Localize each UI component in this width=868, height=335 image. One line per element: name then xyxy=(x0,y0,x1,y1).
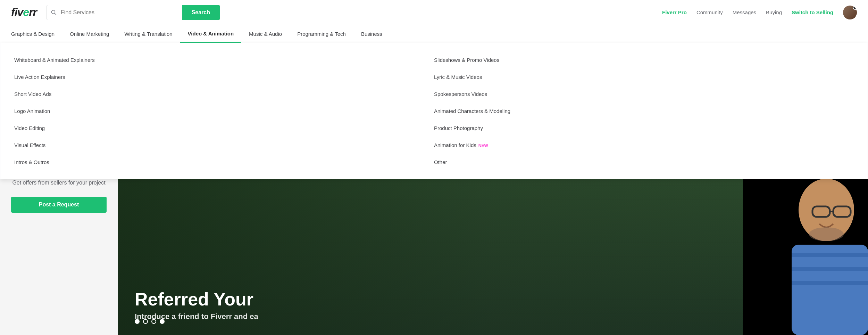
dropdown-item-short-video[interactable]: Short Video Ads xyxy=(14,85,434,103)
community-link[interactable]: Community xyxy=(696,9,723,15)
dropdown-item-logo-animation[interactable]: Logo Animation xyxy=(14,103,434,120)
category-programming-tech[interactable]: Programming & Tech xyxy=(290,25,353,43)
subtitle-text: Get offers from sellers for your project xyxy=(12,179,105,187)
category-nav: Graphics & Design Online Marketing Writi… xyxy=(0,25,868,43)
buying-link[interactable]: Buying xyxy=(766,9,782,15)
dropdown-item-animated-characters[interactable]: Animated Characters & Modeling xyxy=(434,103,854,120)
dropdown-item-visual-effects[interactable]: Visual Effects xyxy=(14,137,434,154)
category-graphics-design[interactable]: Graphics & Design xyxy=(11,25,62,43)
notification-badge xyxy=(853,6,857,10)
category-writing-translation[interactable]: Writing & Translation xyxy=(117,25,180,43)
switch-to-selling-link[interactable]: Switch to Selling xyxy=(792,9,833,15)
search-button[interactable]: Search xyxy=(182,5,220,20)
dropdown-item-animation-kids[interactable]: Animation for KidsNEW xyxy=(434,137,854,154)
dropdown-item-lyric-music[interactable]: Lyric & Music Videos xyxy=(434,68,854,85)
dropdown-item-spokespersons[interactable]: Spokespersons Videos xyxy=(434,85,854,103)
svg-point-11 xyxy=(809,227,844,241)
svg-line-1 xyxy=(55,13,56,15)
carousel-dot-3[interactable] xyxy=(151,319,156,324)
category-video-animation[interactable]: Video & Animation xyxy=(180,25,242,43)
carousel-dot-4[interactable] xyxy=(160,319,165,324)
dropdown-left-col: Whiteboard & Animated Explainers Live Ac… xyxy=(14,51,434,171)
dropdown-item-live-action[interactable]: Live Action Explainers xyxy=(14,68,434,85)
dropdown-item-other[interactable]: Other xyxy=(434,154,854,171)
messages-link[interactable]: Messages xyxy=(733,9,756,15)
search-input[interactable] xyxy=(61,9,182,16)
dropdown-item-product-photo[interactable]: Product Photography xyxy=(434,120,854,137)
search-bar: Search xyxy=(47,5,220,20)
category-online-marketing[interactable]: Online Marketing xyxy=(62,25,117,43)
header-nav: Fiverr Pro Community Messages Buying Swi… xyxy=(662,6,857,19)
dropdown-menu: Whiteboard & Animated Explainers Live Ac… xyxy=(0,43,868,179)
search-icon xyxy=(47,10,61,15)
category-business[interactable]: Business xyxy=(353,25,390,43)
hero-title: Referred Your xyxy=(135,289,258,309)
carousel-dots xyxy=(135,319,165,324)
carousel-dot-2[interactable] xyxy=(143,319,148,324)
category-music-audio[interactable]: Music & Audio xyxy=(241,25,290,43)
dropdown-item-whiteboard[interactable]: Whiteboard & Animated Explainers xyxy=(14,51,434,68)
header: fiverr Search Fiverr Pro Community Messa… xyxy=(0,0,868,25)
post-request-button[interactable]: Post a Request xyxy=(11,197,107,213)
new-badge: NEW xyxy=(478,143,488,148)
avatar[interactable] xyxy=(843,6,857,19)
dropdown-item-slideshows[interactable]: Slideshows & Promo Videos xyxy=(434,51,854,68)
dropdown-right-col: Slideshows & Promo Videos Lyric & Music … xyxy=(434,51,854,171)
hero-content: Referred Your Introduce a friend to Five… xyxy=(135,289,258,321)
fiverr-logo[interactable]: fiverr xyxy=(11,6,37,19)
svg-rect-4 xyxy=(792,245,868,335)
dropdown-item-video-editing[interactable]: Video Editing xyxy=(14,120,434,137)
dropdown-item-intros-outros[interactable]: Intros & Outros xyxy=(14,154,434,171)
fiverr-pro-link[interactable]: Fiverr Pro xyxy=(662,9,687,15)
carousel-dot-1[interactable] xyxy=(135,319,140,324)
